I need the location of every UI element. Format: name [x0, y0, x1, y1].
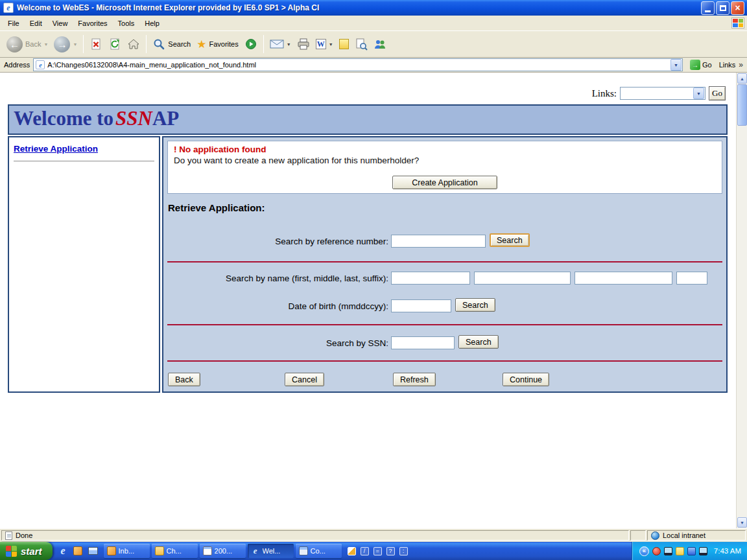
continue-button[interactable]: Continue: [503, 373, 549, 386]
menu-file[interactable]: File: [3, 18, 25, 29]
mail-icon: [270, 39, 284, 49]
menu-view[interactable]: View: [47, 18, 73, 29]
middle-name-input[interactable]: [474, 272, 571, 285]
band-options-icon[interactable]: :: [399, 547, 408, 555]
suffix-input[interactable]: [676, 272, 707, 285]
cancel-button[interactable]: Cancel: [285, 373, 324, 386]
page-links-select[interactable]: ▼: [620, 87, 706, 100]
window-icon: [299, 546, 308, 555]
address-value: A:\Changes06132008\A4-main_menu_applicat…: [47, 61, 668, 69]
menu-edit[interactable]: Edit: [25, 18, 47, 29]
ssn-search-button[interactable]: Search: [458, 335, 499, 349]
system-tray: « 7:43 AM: [632, 542, 747, 560]
discuss-icon: [355, 38, 368, 51]
minimize-button[interactable]: [701, 1, 715, 15]
last-name-input[interactable]: [575, 272, 672, 285]
forward-button[interactable]: → ▼: [51, 35, 80, 54]
address-dropdown-icon[interactable]: ▼: [670, 59, 682, 71]
discuss-button[interactable]: [352, 36, 370, 52]
taskbar-item-inbox[interactable]: Inb...: [104, 544, 150, 558]
red-divider: [167, 360, 722, 362]
status-spacer-pane: [630, 530, 646, 541]
back-button[interactable]: ← Back ▼: [4, 35, 51, 54]
address-input[interactable]: e A:\Changes06132008\A4-main_menu_applic…: [33, 58, 683, 71]
toolbar-separator: [263, 35, 264, 53]
search-icon: [152, 38, 165, 51]
create-application-button[interactable]: Create Application: [392, 176, 497, 189]
close-button[interactable]: ×: [731, 1, 744, 15]
stylus-icon[interactable]: /: [361, 547, 369, 555]
search-button[interactable]: Search: [150, 36, 193, 52]
show-desktop-icon[interactable]: [88, 546, 99, 557]
document-icon: [5, 531, 12, 540]
restore-button[interactable]: [716, 1, 729, 15]
screen: e Welcome to WebES - Microsoft Internet …: [0, 0, 747, 560]
address-bar: Address e A:\Changes06132008\A4-main_men…: [0, 58, 747, 73]
tray-display-icon[interactable]: [664, 547, 672, 555]
go-button[interactable]: → Go: [686, 59, 716, 71]
taskbar-item-co[interactable]: Co...: [296, 544, 342, 558]
quick-launch: e: [53, 546, 104, 557]
tray-app-icon-yellow[interactable]: [676, 547, 684, 555]
mail-button[interactable]: ▼: [267, 38, 294, 51]
taskbar-clock[interactable]: 7:43 AM: [714, 547, 741, 555]
status-text: Done: [16, 531, 32, 539]
edit-with-word-button[interactable]: W ▼: [313, 38, 336, 51]
select-dropdown-icon[interactable]: ▼: [693, 88, 704, 99]
scroll-down-icon[interactable]: ▼: [737, 517, 747, 528]
reference-number-input[interactable]: [391, 235, 486, 248]
hide-icons-chevron-icon[interactable]: «: [639, 546, 649, 556]
help-icon[interactable]: ?: [386, 547, 395, 555]
messenger-button[interactable]: [371, 37, 389, 51]
menu-help[interactable]: Help: [139, 18, 165, 29]
document-icon: [203, 546, 212, 555]
links-chevron-icon[interactable]: »: [739, 60, 744, 69]
vertical-scrollbar[interactable]: ▲ ▼: [736, 73, 747, 528]
start-button[interactable]: start: [0, 542, 53, 560]
folder-icon: [155, 546, 164, 555]
sidebar-divider: [14, 161, 154, 161]
name-dob-search-button[interactable]: Search: [455, 298, 495, 312]
media-button[interactable]: [242, 36, 260, 52]
retrieve-application-link[interactable]: Retrieve Application: [14, 144, 98, 154]
first-name-input[interactable]: [391, 272, 470, 285]
security-zone-text: Local intranet: [663, 531, 706, 539]
favorites-button[interactable]: ★ Favorites: [194, 38, 241, 51]
scrollbar-thumb[interactable]: [737, 84, 747, 126]
tray-network-icon[interactable]: [699, 547, 707, 555]
refresh-page-button[interactable]: Refresh: [393, 373, 436, 386]
ssn-input[interactable]: [391, 336, 455, 349]
taskbar-item-changes-folder[interactable]: Ch...: [152, 544, 198, 558]
outlook-quicklaunch-icon[interactable]: [73, 546, 84, 557]
taskbar-item-document[interactable]: 200...: [200, 544, 246, 558]
keyboard-icon[interactable]: =: [374, 547, 382, 555]
date-of-birth-input[interactable]: [391, 299, 451, 312]
tray-app-icon-red[interactable]: [652, 547, 661, 555]
print-button[interactable]: [294, 37, 313, 51]
refresh-button[interactable]: [106, 36, 124, 52]
pen-icon[interactable]: [348, 547, 356, 555]
ie-icon: e: [251, 546, 260, 555]
menu-favorites[interactable]: Favorites: [73, 18, 112, 29]
windows-flag-icon: [6, 546, 17, 557]
links-toolbar-label[interactable]: Links: [719, 61, 736, 69]
outlook-icon: [107, 546, 116, 555]
banner-ssn-text: SSN: [115, 107, 152, 130]
reference-search-button[interactable]: Search: [490, 233, 530, 247]
taskbar-item-welcome-active[interactable]: e Wel...: [248, 544, 294, 558]
menu-tools[interactable]: Tools: [113, 18, 140, 29]
page-links-go-button[interactable]: Go: [709, 86, 726, 100]
messenger-icon: [374, 38, 386, 50]
stop-button[interactable]: [87, 36, 105, 52]
tray-app-icon-blue[interactable]: [687, 547, 696, 555]
ssn-search-label: Search by SSN:: [163, 338, 388, 348]
banner-welcome-text: Welcome to: [14, 107, 113, 130]
forward-dropdown-icon: ▼: [73, 42, 77, 47]
scroll-up-icon[interactable]: ▲: [737, 73, 747, 84]
ie-quicklaunch-icon[interactable]: e: [58, 546, 69, 557]
home-button[interactable]: [124, 36, 143, 52]
go-arrow-icon: →: [690, 60, 700, 70]
notes-button[interactable]: [337, 38, 351, 51]
stop-icon: [89, 38, 102, 51]
back-page-button[interactable]: Back: [168, 373, 200, 386]
